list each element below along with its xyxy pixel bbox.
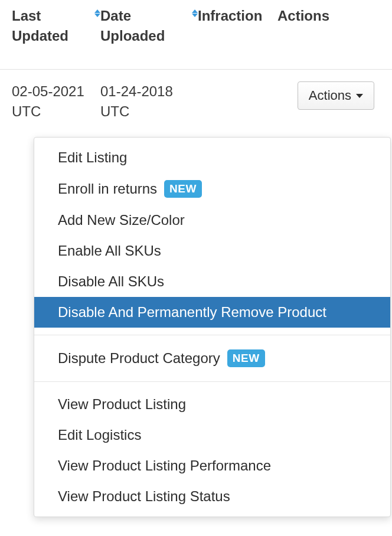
- menu-item-label: View Product Listing Status: [58, 488, 230, 505]
- menu-item-label: Enable All SKUs: [58, 243, 161, 259]
- menu-item-view-status[interactable]: View Product Listing Status: [34, 481, 390, 512]
- column-header-label: Actions: [277, 6, 329, 26]
- menu-item-add-size-color[interactable]: Add New Size/Color: [34, 205, 390, 236]
- menu-item-edit-listing[interactable]: Edit Listing: [34, 142, 390, 173]
- actions-dropdown-button[interactable]: Actions: [298, 81, 374, 110]
- table-body: 02-05-2021 UTC 01-24-2018 UTC Actions: [0, 69, 392, 121]
- sort-icon: [94, 9, 100, 17]
- actions-dropdown-menu: Edit Listing Enroll in returns NEW Add N…: [34, 137, 391, 517]
- cell-last-updated: 02-05-2021 UTC: [12, 81, 100, 121]
- caret-down-icon: [356, 94, 363, 98]
- column-header-actions: Actions: [277, 6, 380, 45]
- menu-item-label: Dispute Product Category: [58, 350, 220, 367]
- table-row: 02-05-2021 UTC 01-24-2018 UTC Actions: [12, 81, 380, 121]
- menu-item-label: Disable All SKUs: [58, 273, 164, 290]
- menu-divider: [34, 381, 390, 382]
- menu-item-label: Enroll in returns: [58, 181, 157, 197]
- menu-item-label: Edit Logistics: [58, 427, 141, 443]
- column-header-last-updated[interactable]: Last Updated: [12, 6, 100, 45]
- menu-item-enable-all-skus[interactable]: Enable All SKUs: [34, 236, 390, 266]
- menu-item-label: Edit Listing: [58, 149, 127, 166]
- sort-icon: [192, 9, 198, 17]
- menu-item-enroll-returns[interactable]: Enroll in returns NEW: [34, 173, 390, 205]
- menu-divider: [34, 335, 390, 335]
- cell-date-uploaded: 01-24-2018 UTC: [100, 81, 198, 121]
- column-header-label: Last Updated: [12, 6, 90, 45]
- new-badge: NEW: [164, 180, 202, 198]
- table-header: Last Updated Date Uploaded Infraction Ac…: [0, 0, 392, 69]
- column-header-infraction[interactable]: Infraction: [198, 6, 277, 45]
- menu-item-edit-logistics[interactable]: Edit Logistics: [34, 420, 390, 450]
- column-header-label: Date Uploaded: [100, 6, 187, 45]
- menu-item-label: Disable And Permanently Remove Product: [58, 304, 326, 321]
- actions-button-label: Actions: [309, 88, 351, 103]
- menu-item-disable-remove-product[interactable]: Disable And Permanently Remove Product: [34, 297, 390, 328]
- menu-item-label: View Product Listing Performance: [58, 457, 271, 474]
- menu-item-label: Add New Size/Color: [58, 212, 185, 228]
- cell-actions: Actions: [277, 81, 380, 110]
- column-header-label: Infraction: [198, 6, 262, 26]
- menu-item-view-listing[interactable]: View Product Listing: [34, 389, 390, 420]
- menu-item-dispute-category[interactable]: Dispute Product Category NEW: [34, 342, 390, 374]
- new-badge: NEW: [227, 349, 265, 367]
- menu-item-label: View Product Listing: [58, 396, 186, 413]
- menu-item-disable-all-skus[interactable]: Disable All SKUs: [34, 266, 390, 297]
- column-header-date-uploaded[interactable]: Date Uploaded: [100, 6, 198, 45]
- menu-item-view-performance[interactable]: View Product Listing Performance: [34, 450, 390, 481]
